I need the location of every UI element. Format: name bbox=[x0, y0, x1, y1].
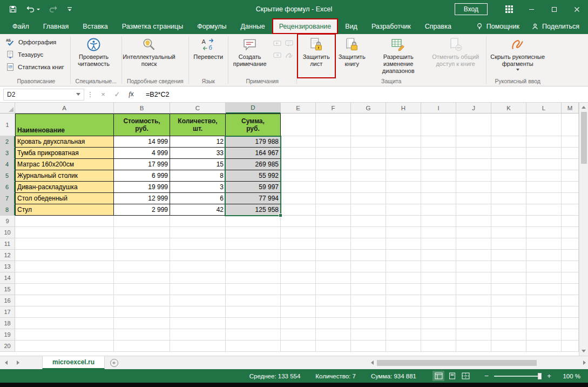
column-header-G[interactable]: G bbox=[351, 103, 386, 114]
cell-E10[interactable] bbox=[281, 227, 316, 238]
cell-J19[interactable] bbox=[456, 329, 491, 341]
tab-developer[interactable]: Разработчик bbox=[364, 18, 418, 34]
cell-K16[interactable] bbox=[491, 295, 526, 306]
new-sheet-button[interactable]: + bbox=[105, 356, 123, 369]
cell-B13[interactable] bbox=[114, 261, 170, 272]
cell-F7[interactable] bbox=[316, 193, 351, 204]
cell-C16[interactable] bbox=[170, 295, 226, 306]
cell-I7[interactable] bbox=[421, 193, 456, 204]
cell-A3[interactable]: Тумба прикроватная bbox=[15, 148, 114, 159]
page-break-view-button[interactable] bbox=[459, 371, 471, 381]
cell-D11[interactable] bbox=[226, 238, 281, 250]
cell-M12[interactable] bbox=[562, 250, 579, 261]
cell-D15[interactable] bbox=[226, 284, 281, 295]
cell-G4[interactable] bbox=[351, 159, 386, 170]
cell-D13[interactable] bbox=[226, 261, 281, 272]
row-header-15[interactable]: 15 bbox=[0, 284, 15, 295]
cell-F10[interactable] bbox=[316, 227, 351, 238]
row-header-18[interactable]: 18 bbox=[0, 318, 15, 329]
cell-I5[interactable] bbox=[421, 170, 456, 182]
cell-D18[interactable] bbox=[226, 318, 281, 329]
column-header-A[interactable]: A bbox=[15, 103, 114, 114]
cell-B10[interactable] bbox=[114, 227, 170, 238]
select-all-corner[interactable] bbox=[0, 103, 15, 114]
cell-K8[interactable] bbox=[491, 204, 526, 216]
cell-C8[interactable]: 42 bbox=[170, 204, 226, 216]
vertical-scroll-thumb[interactable] bbox=[581, 112, 587, 164]
cell-M4[interactable] bbox=[562, 159, 579, 170]
cell-H10[interactable] bbox=[386, 227, 421, 238]
cell-C4[interactable]: 15 bbox=[170, 159, 226, 170]
row-header-4[interactable]: 4 bbox=[0, 159, 15, 170]
cell-F17[interactable] bbox=[316, 306, 351, 318]
cell-E12[interactable] bbox=[281, 250, 316, 261]
cell-K15[interactable] bbox=[491, 284, 526, 295]
cell-G9[interactable] bbox=[351, 216, 386, 227]
smart-lookup-button[interactable]: Интеллектуальный поиск bbox=[124, 35, 174, 77]
minimize-button[interactable] bbox=[520, 0, 543, 18]
cell-J6[interactable] bbox=[456, 182, 491, 193]
cell-D12[interactable] bbox=[226, 250, 281, 261]
row-header-2[interactable]: 2 bbox=[0, 136, 15, 148]
cell-M1[interactable] bbox=[562, 114, 579, 136]
cell-L19[interactable] bbox=[526, 329, 562, 341]
cell-M18[interactable] bbox=[562, 318, 579, 329]
cell-G11[interactable] bbox=[351, 238, 386, 250]
cell-I19[interactable] bbox=[421, 329, 456, 341]
cell-J4[interactable] bbox=[456, 159, 491, 170]
hide-ink-button[interactable]: Скрыть рукописные фрагменты bbox=[488, 35, 548, 77]
cell-D16[interactable] bbox=[226, 295, 281, 306]
cell-A10[interactable] bbox=[15, 227, 114, 238]
row-header-11[interactable]: 11 bbox=[0, 238, 15, 250]
horizontal-scrollbar[interactable] bbox=[369, 356, 588, 369]
cell-J10[interactable] bbox=[456, 227, 491, 238]
cell-I15[interactable] bbox=[421, 284, 456, 295]
cell-F16[interactable] bbox=[316, 295, 351, 306]
cell-E16[interactable] bbox=[281, 295, 316, 306]
cell-L17[interactable] bbox=[526, 306, 562, 318]
cell-J1[interactable] bbox=[456, 114, 491, 136]
cell-C1[interactable]: Количество, шт. bbox=[170, 114, 226, 136]
sign-in-button[interactable]: Вход bbox=[455, 3, 488, 15]
cell-G7[interactable] bbox=[351, 193, 386, 204]
row-header-16[interactable]: 16 bbox=[0, 295, 15, 306]
cell-M13[interactable] bbox=[562, 261, 579, 272]
cell-J18[interactable] bbox=[456, 318, 491, 329]
cell-K2[interactable] bbox=[491, 136, 526, 148]
row-header-19[interactable]: 19 bbox=[0, 329, 15, 341]
tab-help[interactable]: Справка bbox=[418, 18, 458, 34]
cell-J12[interactable] bbox=[456, 250, 491, 261]
row-header-9[interactable]: 9 bbox=[0, 216, 15, 227]
cell-E18[interactable] bbox=[281, 318, 316, 329]
cell-A9[interactable] bbox=[15, 216, 114, 227]
name-box[interactable]: D2 bbox=[3, 89, 84, 101]
cell-B3[interactable]: 4 999 bbox=[114, 148, 170, 159]
cell-E20[interactable] bbox=[281, 341, 316, 352]
cell-M10[interactable] bbox=[562, 227, 579, 238]
protect-sheet-button[interactable]: Защитить лист bbox=[299, 35, 334, 77]
cell-B15[interactable] bbox=[114, 284, 170, 295]
cell-C12[interactable] bbox=[170, 250, 226, 261]
cell-E19[interactable] bbox=[281, 329, 316, 341]
cell-H14[interactable] bbox=[386, 272, 421, 284]
row-header-3[interactable]: 3 bbox=[0, 148, 15, 159]
cell-C2[interactable]: 12 bbox=[170, 136, 226, 148]
cell-B20[interactable] bbox=[114, 341, 170, 352]
column-header-M[interactable]: M bbox=[562, 103, 579, 114]
cell-E9[interactable] bbox=[281, 216, 316, 227]
cell-F1[interactable] bbox=[316, 114, 351, 136]
zoom-in-button[interactable]: + bbox=[546, 372, 552, 380]
row-header-5[interactable]: 5 bbox=[0, 170, 15, 182]
cell-K19[interactable] bbox=[491, 329, 526, 341]
cell-K6[interactable] bbox=[491, 182, 526, 193]
cell-J2[interactable] bbox=[456, 136, 491, 148]
cell-L10[interactable] bbox=[526, 227, 562, 238]
cell-G20[interactable] bbox=[351, 341, 386, 352]
cell-E7[interactable] bbox=[281, 193, 316, 204]
cell-G6[interactable] bbox=[351, 182, 386, 193]
cell-H4[interactable] bbox=[386, 159, 421, 170]
cell-E11[interactable] bbox=[281, 238, 316, 250]
cell-M2[interactable] bbox=[562, 136, 579, 148]
horizontal-scroll-thumb[interactable] bbox=[377, 360, 537, 366]
cell-B19[interactable] bbox=[114, 329, 170, 341]
